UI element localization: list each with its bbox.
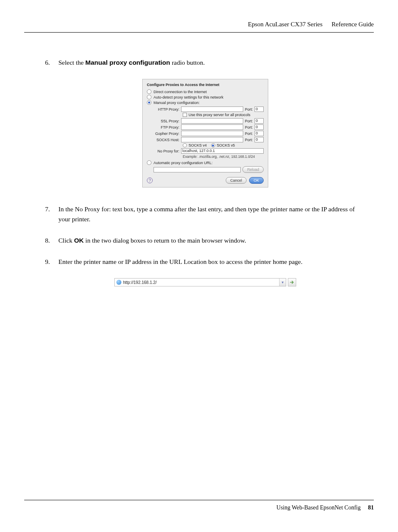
proxy-dialog: Configure Proxies to Access the Internet… — [142, 79, 268, 187]
radio-direct[interactable] — [147, 89, 151, 94]
radio-socks-v4[interactable] — [183, 143, 187, 147]
step-number: 9. — [45, 257, 58, 266]
noproxy-example: Example: .mozilla.org, .net.nz, 192.168.… — [183, 155, 264, 159]
step6-pre: Select the — [58, 59, 86, 66]
ftp-port-input[interactable]: 0 — [254, 124, 264, 130]
ftp-proxy-input[interactable] — [181, 124, 243, 130]
page-number: 81 — [368, 504, 374, 511]
page-footer: Using Web-Based EpsonNet Config 81 — [24, 500, 374, 511]
help-icon[interactable]: ? — [147, 177, 153, 183]
radio-direct-label: Direct connection to the Internet — [154, 90, 207, 94]
url-dropdown-icon[interactable]: ▼ — [279, 279, 286, 286]
use-all-label: Use this proxy server for all protocols — [189, 113, 250, 117]
footer-section: Using Web-Based EpsonNet Config — [277, 504, 361, 511]
page-header: Epson AcuLaser CX37 Series Reference Gui… — [24, 21, 374, 33]
step7-text: In the No Proxy for: text box, type a co… — [58, 204, 365, 224]
ok-button[interactable]: OK — [249, 177, 264, 184]
step6-post: radio button. — [170, 59, 205, 66]
socks-v4-label: SOCKS v4 — [189, 143, 207, 147]
http-proxy-input[interactable] — [181, 106, 243, 112]
step-number: 7. — [45, 204, 58, 224]
radio-socks-v5[interactable] — [211, 143, 215, 147]
radio-autodetect[interactable] — [147, 95, 151, 99]
radio-manual[interactable] — [147, 100, 151, 105]
dialog-title: Configure Proxies to Access the Internet — [147, 83, 264, 87]
product-series: Epson AcuLaser CX37 Series — [248, 21, 322, 28]
port-label-5: Port: — [245, 138, 253, 142]
ssl-port-input[interactable]: 0 — [254, 118, 264, 124]
port-label-2: Port: — [245, 119, 253, 123]
reload-button[interactable]: Reload — [242, 166, 264, 173]
port-label: Port: — [245, 107, 253, 111]
radio-auto-url[interactable] — [147, 160, 151, 165]
step8-bold: OK — [74, 237, 83, 244]
socks-port-input[interactable]: 0 — [254, 137, 264, 142]
auto-url-label: Automatic proxy configuration URL: — [154, 161, 213, 165]
socks-v5-label: SOCKS v5 — [217, 143, 235, 147]
http-proxy-label: HTTP Proxy: — [154, 107, 179, 111]
guide-title: Reference Guide — [332, 21, 374, 28]
gopher-proxy-label: Gopher Proxy: — [154, 132, 179, 136]
port-label-3: Port: — [245, 125, 253, 129]
socks-host-input[interactable] — [181, 137, 243, 142]
globe-icon — [116, 280, 121, 285]
go-button[interactable] — [288, 278, 296, 286]
radio-manual-row[interactable]: Manual proxy configuration: — [147, 100, 264, 105]
gopher-port-input[interactable]: 0 — [254, 131, 264, 136]
url-location-bar[interactable]: http://192.168.1.2/ ▼ — [114, 278, 286, 286]
radio-auto-row[interactable]: Auto-detect proxy settings for this netw… — [147, 95, 264, 99]
http-port-input[interactable]: 0 — [254, 106, 264, 112]
step-number: 6. — [45, 58, 58, 67]
step-8: 8. Click OK in the two dialog boxes to r… — [45, 236, 365, 245]
noproxy-input[interactable]: localhost, 127.0.0.1 — [181, 148, 264, 154]
noproxy-label: No Proxy for: — [154, 149, 179, 153]
auto-url-input[interactable] — [154, 167, 241, 172]
step-9: 9. Enter the printer name or IP address … — [45, 257, 365, 266]
port-label-4: Port: — [245, 132, 253, 136]
ftp-proxy-label: FTP Proxy: — [154, 125, 179, 129]
radio-direct-row[interactable]: Direct connection to the Internet — [147, 89, 264, 94]
step-number: 8. — [45, 236, 58, 245]
step6-bold: Manual proxy configuration — [86, 59, 170, 66]
go-arrow-icon — [290, 280, 295, 285]
radio-manual-label: Manual proxy configuration: — [154, 101, 200, 105]
radio-auto-label: Auto-detect proxy settings for this netw… — [154, 95, 224, 99]
gopher-proxy-input[interactable] — [181, 131, 243, 136]
url-text[interactable]: http://192.168.1.2/ — [123, 280, 279, 285]
ssl-proxy-label: SSL Proxy: — [154, 119, 179, 123]
step9-text: Enter the printer name or IP address in … — [58, 257, 365, 266]
cancel-button[interactable]: Cancel — [226, 177, 247, 184]
step-6: 6. Select the Manual proxy configuration… — [45, 58, 365, 67]
step8-pre: Click — [58, 237, 74, 244]
socks-host-label: SOCKS Host: — [154, 138, 179, 142]
ssl-proxy-input[interactable] — [181, 118, 243, 124]
step-7: 7. In the No Proxy for: text box, type a… — [45, 204, 365, 224]
use-all-checkbox[interactable] — [183, 113, 187, 117]
step8-post: in the two dialog boxes to return to the… — [84, 237, 246, 244]
